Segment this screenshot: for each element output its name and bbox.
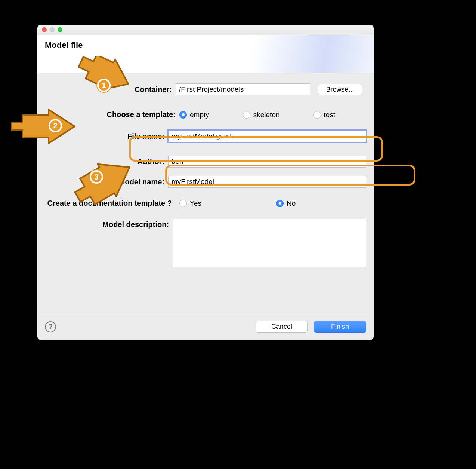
filename-row: File name: bbox=[45, 130, 366, 142]
modelname-label: Model name: bbox=[45, 178, 168, 186]
description-label: Model description: bbox=[45, 219, 173, 229]
radio-icon bbox=[179, 200, 187, 207]
help-icon[interactable]: ? bbox=[45, 321, 56, 332]
doc-option-no[interactable]: No bbox=[276, 199, 296, 208]
doc-option-yes[interactable]: Yes bbox=[179, 199, 201, 208]
description-textarea[interactable] bbox=[173, 219, 366, 267]
modelname-row: Model name: bbox=[45, 176, 366, 188]
cancel-button[interactable]: Cancel bbox=[256, 321, 308, 333]
radio-icon bbox=[276, 200, 284, 207]
dialog-footer: ? Cancel Finish bbox=[37, 313, 374, 340]
template-option-label: empty bbox=[190, 111, 209, 119]
author-input[interactable] bbox=[168, 156, 366, 168]
description-row: Model description: bbox=[45, 219, 366, 267]
template-row: Choose a template: empty skeleton test bbox=[45, 110, 366, 119]
container-label: Container: bbox=[45, 85, 176, 94]
template-option-label: test bbox=[324, 111, 336, 119]
doc-option-label: No bbox=[287, 199, 296, 208]
template-radio-group: empty skeleton test bbox=[179, 111, 335, 119]
doc-label: Create a documentation template ? bbox=[45, 199, 176, 208]
author-row: Author: bbox=[45, 156, 366, 168]
doc-radio-group: Yes No bbox=[179, 199, 296, 208]
radio-icon bbox=[243, 111, 250, 119]
template-option-empty[interactable]: empty bbox=[179, 111, 209, 119]
template-option-label: skeleton bbox=[253, 111, 280, 119]
dialog-window: Model file Container: Browse... Choose a… bbox=[37, 25, 374, 340]
template-option-skeleton[interactable]: skeleton bbox=[243, 111, 280, 119]
radio-icon bbox=[313, 111, 321, 119]
browse-button[interactable]: Browse... bbox=[318, 84, 362, 95]
template-option-test[interactable]: test bbox=[313, 111, 336, 119]
header-gradient bbox=[239, 35, 374, 73]
filename-label: File name: bbox=[45, 132, 168, 141]
zoom-icon[interactable] bbox=[58, 27, 62, 32]
finish-button[interactable]: Finish bbox=[314, 321, 366, 333]
filename-input[interactable] bbox=[168, 130, 366, 142]
doc-row: Create a documentation template ? Yes No bbox=[45, 199, 366, 208]
minimize-icon bbox=[50, 27, 55, 32]
footer-buttons: Cancel Finish bbox=[256, 321, 366, 333]
close-icon[interactable] bbox=[42, 27, 47, 32]
dialog-body: Container: Browse... Choose a template: … bbox=[37, 73, 374, 313]
modelname-input[interactable] bbox=[168, 176, 366, 188]
dialog-header: Model file bbox=[37, 35, 374, 73]
radio-icon bbox=[179, 111, 187, 119]
doc-option-label: Yes bbox=[190, 199, 201, 208]
titlebar bbox=[37, 25, 374, 35]
container-row: Container: Browse... bbox=[45, 83, 366, 95]
container-input[interactable] bbox=[176, 83, 310, 95]
template-label: Choose a template: bbox=[45, 110, 179, 119]
author-label: Author: bbox=[45, 157, 168, 166]
